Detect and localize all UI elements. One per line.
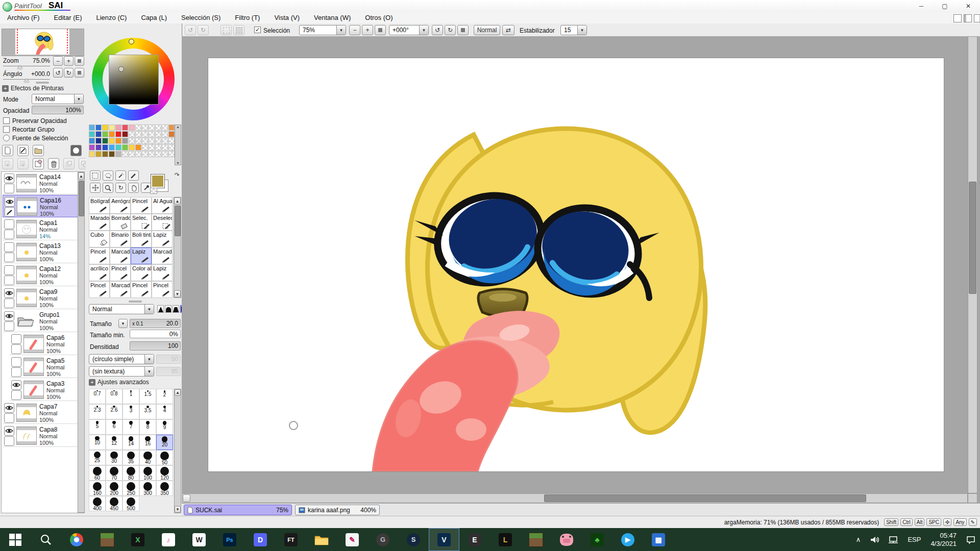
- brush-size-100[interactable]: 100: [139, 465, 156, 481]
- brush-size-70[interactable]: 70: [106, 465, 122, 481]
- angle-combo[interactable]: +000°▼: [389, 25, 429, 35]
- rotate-reset-button[interactable]: [457, 25, 469, 35]
- layer-row-capa5[interactable]: Capa5Normal100%: [10, 356, 78, 378]
- tool-pincel-17[interactable]: Pincel: [110, 264, 131, 281]
- layer-extra-box[interactable]: [4, 276, 14, 285]
- rotate-cw-button[interactable]: ↻: [445, 25, 456, 35]
- layer-thumbnail[interactable]: [16, 174, 37, 192]
- layer-mode-combo[interactable]: Normal▼: [32, 94, 84, 104]
- nav-zoom-reset-button[interactable]: [75, 56, 84, 66]
- layer-extra-box[interactable]: [4, 230, 14, 239]
- brush-size-3[interactable]: 3: [122, 404, 139, 419]
- swatch-empty[interactable]: [155, 151, 161, 157]
- tool-bol-grafo-0[interactable]: Bolígrafo: [89, 197, 110, 214]
- brush-size-slider[interactable]: x 0.1 20.0: [130, 319, 181, 328]
- tool-binario-9[interactable]: Binario: [110, 231, 131, 247]
- taskbar-app-pig[interactable]: [551, 528, 582, 551]
- close-button[interactable]: ✕: [957, 0, 980, 12]
- brush-size-unit-dd[interactable]: ▼: [118, 319, 128, 328]
- brush-size-200[interactable]: 200: [106, 481, 122, 496]
- taskbar-app-paint[interactable]: ✎: [337, 528, 368, 551]
- brush-size-7[interactable]: 7: [122, 419, 139, 435]
- tool-grid-scrollbar[interactable]: ▲ ▼: [174, 197, 181, 298]
- layer-extra-box[interactable]: [4, 436, 14, 446]
- swatch-empty[interactable]: [155, 131, 161, 137]
- deselect-button[interactable]: [220, 25, 232, 35]
- transparent-color-swatch[interactable]: [150, 188, 157, 194]
- layer-visibility-eye-icon[interactable]: [4, 219, 14, 229]
- swatch-empty[interactable]: [135, 151, 141, 157]
- zoom-combo[interactable]: 75%▼: [299, 25, 346, 35]
- primary-color-swatch[interactable]: [151, 174, 164, 188]
- clear-layer-icon[interactable]: [33, 158, 44, 169]
- brush-size-9[interactable]: 9: [156, 419, 173, 435]
- panel-resize-handle[interactable]: [36, 82, 49, 84]
- taskbar-app-lunar[interactable]: L: [490, 528, 521, 551]
- layer-thumbnail[interactable]: [23, 335, 44, 353]
- layer-visibility-eye-icon[interactable]: [11, 380, 21, 390]
- hand-tool-icon[interactable]: [128, 183, 139, 193]
- layer-thumbnail[interactable]: [16, 427, 37, 445]
- brush-size-350[interactable]: 350: [156, 481, 173, 496]
- layer-thumbnail[interactable]: [16, 220, 37, 238]
- nav-rotate-reset-button[interactable]: [75, 68, 84, 78]
- brush-size-5[interactable]: 5: [89, 419, 106, 435]
- layer-extra-box[interactable]: [4, 184, 14, 193]
- layer-row-capa3[interactable]: Capa3Normal100%: [10, 379, 78, 401]
- canvas-hscrollbar[interactable]: [182, 493, 968, 503]
- edge-dome-icon[interactable]: [165, 305, 172, 313]
- menu-editar[interactable]: Editar (E): [47, 12, 89, 23]
- layer-row-capa13[interactable]: Capa13Normal100%: [3, 241, 78, 263]
- layer-row-capa7[interactable]: Capa7Normal100%: [3, 402, 78, 424]
- layer-visibility-eye-icon[interactable]: [4, 311, 14, 321]
- swatch-empty[interactable]: [149, 144, 155, 151]
- swatch-empty[interactable]: [129, 151, 135, 157]
- swatch-color[interactable]: [122, 144, 128, 151]
- swatch-empty[interactable]: [142, 138, 148, 144]
- tool-boli-tinta-10[interactable]: Boli tinta: [131, 231, 152, 247]
- merge-down-icon[interactable]: [17, 158, 29, 169]
- brush-size-160[interactable]: 160: [89, 481, 106, 496]
- taskbar-app-file-explorer[interactable]: [306, 528, 337, 551]
- swatch-empty[interactable]: [149, 138, 155, 144]
- network-icon[interactable]: [884, 528, 903, 551]
- brush-size-8[interactable]: 8: [139, 419, 156, 435]
- layer-list-scrollbar[interactable]: ▲: [78, 172, 85, 513]
- layer-thumbnail[interactable]: [23, 358, 44, 376]
- layer-visibility-eye-icon[interactable]: [11, 334, 21, 344]
- notification-center-icon[interactable]: [962, 528, 980, 551]
- brush-size-80[interactable]: 80: [122, 465, 139, 481]
- navigator-angle-slider-handle[interactable]: [24, 79, 29, 82]
- swatch-color[interactable]: [129, 124, 135, 131]
- brush-size-25[interactable]: 25: [89, 450, 106, 465]
- tab-karina-png[interactable]: karina aaaf.png 400%: [295, 505, 380, 515]
- swatch-color[interactable]: [89, 138, 95, 144]
- swatch-empty[interactable]: [168, 138, 175, 144]
- view-mode-button[interactable]: Normal: [474, 25, 500, 35]
- layer-extra-box[interactable]: [11, 344, 21, 354]
- layer-extra-box[interactable]: [4, 413, 14, 423]
- tool-acr-lico-16[interactable]: acrílico: [89, 264, 110, 281]
- swatch-color[interactable]: [109, 131, 115, 137]
- canvas-drawing[interactable]: [208, 58, 944, 471]
- zoom-tool-icon[interactable]: [103, 183, 113, 193]
- layer-thumbnail[interactable]: [23, 381, 44, 399]
- taskbar-app-photoshop[interactable]: Ps: [214, 528, 245, 551]
- navigator-zoom-slider[interactable]: [3, 66, 50, 66]
- brush-size-3.5[interactable]: 3.5: [139, 404, 156, 419]
- canvas-vscrollbar[interactable]: [968, 36, 977, 493]
- layer-visibility-eye-icon[interactable]: [11, 357, 21, 367]
- brush-minsize-field[interactable]: 0%: [130, 330, 181, 338]
- tab-suck-sai[interactable]: SUCK.sai 75%: [184, 505, 292, 515]
- swatch-color[interactable]: [109, 151, 115, 157]
- panel-toggle-left-icon[interactable]: [953, 14, 962, 22]
- color-swap-arrow-icon[interactable]: ↷: [175, 171, 180, 179]
- taskbar-app-minecraft-block[interactable]: [521, 528, 551, 551]
- taskbar-app-chrome[interactable]: [61, 528, 92, 551]
- swatch-color[interactable]: [115, 151, 121, 157]
- preserve-opacity-checkbox[interactable]: [3, 117, 10, 124]
- selection-visible-checkbox[interactable]: ✓: [254, 27, 261, 33]
- new-lineart-layer-icon[interactable]: [17, 145, 29, 156]
- rotate-ccw-button[interactable]: ↺: [432, 25, 443, 35]
- swatch-empty[interactable]: [142, 144, 148, 151]
